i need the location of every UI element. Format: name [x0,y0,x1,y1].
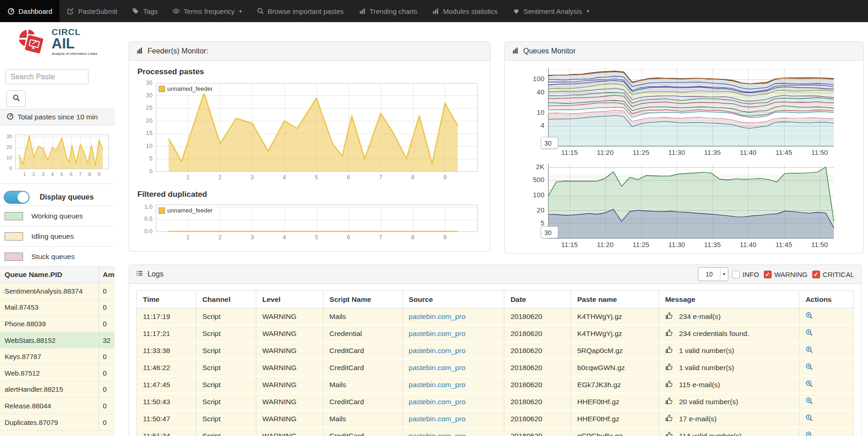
thumbs-up-icon [665,414,673,424]
page-size-select[interactable]: 10 ▼ [698,267,728,281]
log-paste-name: gCPGbuBx.gz [571,428,659,436]
logo-icon [16,28,49,60]
zoom-in-icon[interactable] [805,381,813,389]
nav-item-sentiment-analysis[interactable]: Sentiment Analysis▾ [505,0,596,22]
logs-panel: Logs 10 ▼ INFO✓WARNING✓CRITICAL TimeChan… [129,265,862,436]
queues-monitor-panel: Queues Monitor 30 30 [504,41,864,253]
chevron-down-icon: ▼ [720,268,728,281]
source-link[interactable]: pastebin.com_pro [409,398,466,406]
logs-col-channel: Channel [196,291,256,308]
queue-name: WebStats.88152 [0,336,99,344]
log-row: 11:46:22ScriptWARNINGCreditCardpastebin.… [137,359,854,377]
log-message-text: 115 e-mail(s) [679,381,720,389]
logs-title: Logs [148,270,164,278]
nav-item-pastesubmit[interactable]: PasteSubmit [59,0,124,22]
filter-info-checkbox[interactable] [732,271,740,278]
log-message-text: 1 valid number(s) [679,347,734,355]
legend-row-stuck-queues: Stuck queues [0,246,115,266]
log-message: 114 valid number(s) [659,428,799,436]
log-paste-name: EGk7JK3h.gz [571,377,659,394]
source-link[interactable]: pastebin.com_pro [409,432,466,436]
log-source: pastebin.com_pro [403,325,505,342]
log-source: pastebin.com_pro [403,428,505,436]
log-row: 11:50:43ScriptWARNINGCreditCardpastebin.… [137,394,854,411]
log-level: WARNING [256,394,324,411]
thumbs-up-icon [665,346,673,356]
total-pastes-heading: Total pastes since 10 min [0,109,115,125]
thumbs-up-icon [665,397,673,407]
log-time: 11:17:21 [137,325,196,342]
log-date: 20180620 [504,394,571,411]
zoom-in-icon[interactable] [805,347,813,355]
eye-icon [172,7,180,15]
filter-critical-checkbox[interactable]: ✓ [812,271,820,278]
log-level: WARNING [256,308,324,325]
thumbs-up-icon [665,329,673,339]
search-paste-input[interactable] [6,69,89,84]
zoom-in-icon[interactable] [805,415,813,423]
legend-label: Idling queues [31,232,74,241]
bar-chart-icon [512,47,519,56]
log-level-filters: INFO✓WARNING✓CRITICAL [732,271,854,278]
source-link[interactable]: pastebin.com_pro [409,415,466,423]
source-link[interactable]: pastebin.com_pro [409,364,466,371]
heart-icon [513,7,520,15]
nav-item-dashboard[interactable]: Dashboard [0,0,59,22]
window-size-handle-top[interactable]: 30 [541,137,558,149]
nav-item-label: Trending charts [370,7,418,15]
zoom-in-icon[interactable] [805,398,813,406]
logo-tagline: Analysis of Information Leaks [52,52,97,56]
nav-item-label: Sentiment Analysis [524,7,582,15]
thumbs-up-icon [665,363,673,373]
queues-monitor-title: Queues Monitor [523,47,576,55]
log-message-text: 234 credentials found. [679,330,750,338]
log-paste-name: b0cqwGWN.gz [571,359,659,377]
display-queues-toggle[interactable] [4,191,30,204]
legend-label: Stuck queues [31,253,75,261]
nav-item-trending-charts[interactable]: Trending charts [351,0,425,22]
log-message: 1 valid number(s) [659,359,799,377]
log-date: 20180620 [504,359,571,377]
queue-amount: 0 [99,365,115,381]
total-pastes-title: Total pastes since 10 min [18,113,98,121]
queues-monitor-heading: Queues Monitor [505,42,863,61]
nav-item-tags[interactable]: Tags [124,0,165,22]
tag-icon [132,7,139,15]
zoom-in-icon[interactable] [805,313,813,321]
source-link[interactable]: pastebin.com_pro [409,347,466,354]
log-actions [799,342,854,359]
queue-name: SentimentAnalysis.88374 [0,287,99,295]
log-script: Mails [324,377,403,394]
queue-amount-header: Amount [99,267,115,283]
queue-row-sentimentanalysis-88374: SentimentAnalysis.883740 [0,283,115,300]
nav-item-modules-statistics[interactable]: Modules statistics [425,0,505,22]
legend-row-idling-queues: Idling queues [0,226,115,246]
log-message-text: 1 valid number(s) [679,364,734,372]
filter-label: INFO [743,271,759,278]
source-link[interactable]: pastebin.com_pro [409,381,466,389]
thumbs-up-icon [665,312,673,322]
nav-item-terms-frequency[interactable]: Terms frequency▾ [165,0,249,22]
filter-warning-checkbox[interactable]: ✓ [764,271,772,278]
log-message: 234 e-mail(s) [659,308,799,325]
source-link[interactable]: pastebin.com_pro [409,330,466,337]
zoom-in-icon[interactable] [805,432,813,436]
log-source: pastebin.com_pro [403,359,505,377]
log-script: CreditCard [324,428,403,436]
search-button[interactable] [6,90,26,107]
window-size-handle-bottom[interactable]: 30 [541,226,558,238]
zoom-in-icon[interactable] [805,330,813,338]
queue-row-webstats-88152: WebStats.8815232 [0,332,115,349]
source-link[interactable]: pastebin.com_pro [409,312,466,320]
log-channel: Script [196,411,256,428]
log-channel: Script [196,308,256,325]
queues-out-chart [513,160,856,251]
zoom-in-icon[interactable] [805,364,813,372]
dashboard-icon [7,7,15,15]
queue-row-keys-87787: Keys.877870 [0,348,115,365]
log-source: pastebin.com_pro [403,308,505,325]
log-date: 20180620 [504,308,571,325]
nav-item-browse-important-pastes[interactable]: Browse important pastes [249,0,351,22]
log-actions [799,411,854,428]
queue-table: Queue Name.PIDAmountSentimentAnalysis.88… [0,266,115,436]
